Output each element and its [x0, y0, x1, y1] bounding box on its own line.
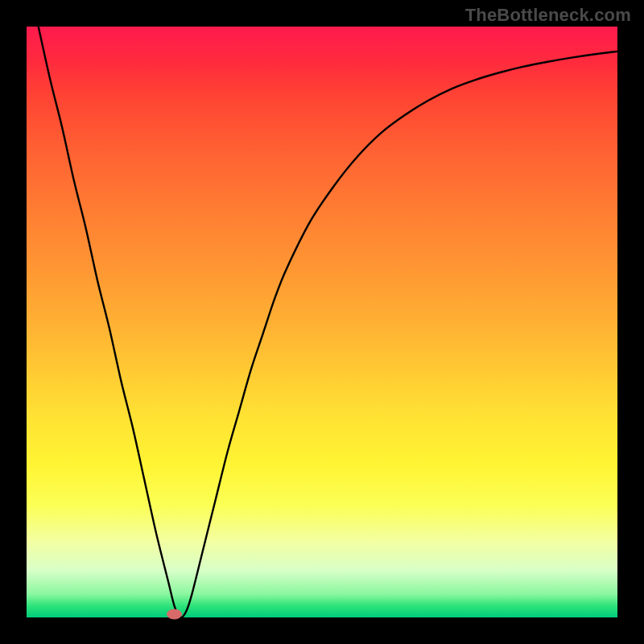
minimum-marker-dot [167, 609, 182, 619]
watermark-label: TheBottleneck.com [465, 5, 631, 26]
bottleneck-curve-path [39, 27, 617, 617]
chart-frame: TheBottleneck.com [0, 0, 644, 644]
bottleneck-curve-svg [27, 27, 617, 617]
